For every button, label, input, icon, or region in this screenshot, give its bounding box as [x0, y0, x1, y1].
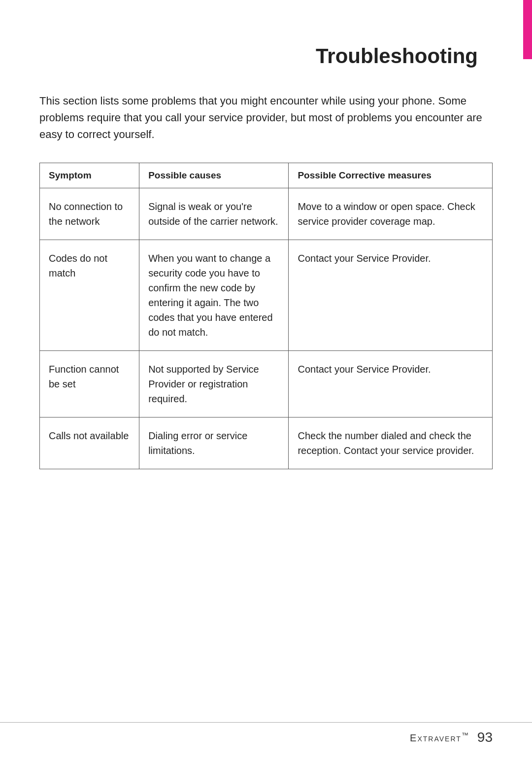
cell-measures-2: Contact your Service Provider. — [289, 351, 493, 417]
header-causes: Possible causes — [139, 163, 289, 188]
cell-causes-0: Signal is weak or you're outside of the … — [139, 188, 289, 240]
intro-paragraph: This section lists some problems that yo… — [39, 93, 493, 143]
cell-symptom-0: No connection to the network — [40, 188, 139, 240]
cell-measures-3: Check the number dialed and check the re… — [289, 417, 493, 469]
page-container: Troubleshooting This section lists some … — [0, 0, 532, 765]
cell-causes-3: Dialing error or service limitations. — [139, 417, 289, 469]
header-symptom: Symptom — [40, 163, 139, 188]
table-header-row: Symptom Possible causes Possible Correct… — [40, 163, 493, 188]
table-row: Codes do not matchWhen you want to chang… — [40, 240, 493, 351]
troubleshooting-table: Symptom Possible causes Possible Correct… — [39, 163, 493, 469]
page-title: Troubleshooting — [39, 44, 493, 68]
footer-page-number: 93 — [477, 730, 493, 745]
table-row: Function cannot be setNot supported by S… — [40, 351, 493, 417]
header-measures: Possible Corrective measures — [289, 163, 493, 188]
cell-symptom-1: Codes do not match — [40, 240, 139, 351]
accent-bar — [523, 0, 532, 59]
cell-causes-1: When you want to change a security code … — [139, 240, 289, 351]
cell-symptom-2: Function cannot be set — [40, 351, 139, 417]
footer-brand: Extravert™ — [410, 731, 469, 744]
table-row: No connection to the networkSignal is we… — [40, 188, 493, 240]
cell-symptom-3: Calls not available — [40, 417, 139, 469]
cell-measures-0: Move to a window or open space. Check se… — [289, 188, 493, 240]
table-row: Calls not availableDialing error or serv… — [40, 417, 493, 469]
cell-measures-1: Contact your Service Provider. — [289, 240, 493, 351]
page-footer: Extravert™ 93 — [0, 722, 532, 745]
cell-causes-2: Not supported by Service Provider or reg… — [139, 351, 289, 417]
